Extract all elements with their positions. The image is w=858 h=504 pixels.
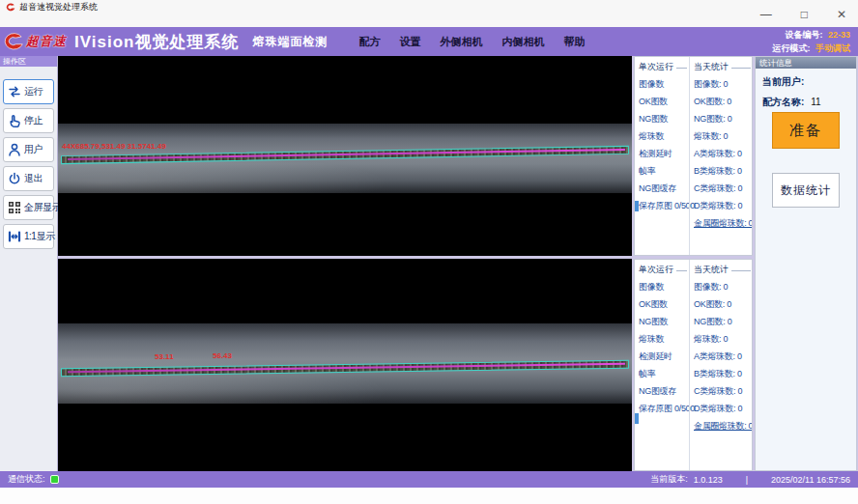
user-button[interactable]: 用户 bbox=[3, 137, 54, 162]
scrollbar-thumb[interactable] bbox=[635, 201, 639, 211]
today-stats-group: 当天统计 图像数: 0OK图数: 0NG图数: 0熔珠数: 0A类熔珠数: 0B… bbox=[689, 260, 753, 470]
today-stats-row: 熔珠数: 0 bbox=[694, 333, 753, 346]
single-run-group: 单次运行 图像数OK图数NG图数熔珠数检测延时帧率NG图缓存保存原图 0/500 bbox=[635, 57, 689, 255]
fullscreen-button[interactable]: 全屏显示 bbox=[3, 195, 54, 220]
brand-swirl-icon bbox=[4, 31, 25, 52]
menu-item[interactable]: 配方 bbox=[358, 35, 380, 49]
run-mode-label: 运行模式: bbox=[772, 43, 810, 53]
today-stats-row: C类熔珠数: 0 bbox=[694, 182, 753, 195]
os-title-bar: 超音速视觉处理系统 — □ ✕ bbox=[0, 0, 858, 27]
single-run-row: OK图数 bbox=[639, 96, 689, 108]
today-stats-row: C类熔珠数: 0 bbox=[694, 385, 753, 398]
run-button[interactable]: 运行 bbox=[3, 79, 54, 104]
today-stats-row: 金属圈熔珠数: 0 bbox=[694, 420, 753, 433]
stats-panel-top: 单次运行 图像数OK图数NG图数熔珠数检测延时帧率NG图缓存保存原图 0/500… bbox=[634, 56, 753, 256]
device-number-value: 22-33 bbox=[828, 30, 850, 40]
version-value: 1.0.123 bbox=[694, 475, 723, 485]
today-stats-row: OK图数: 0 bbox=[694, 298, 753, 311]
today-stats-row: NG图数: 0 bbox=[694, 316, 753, 328]
today-stats-row: B类熔珠数: 0 bbox=[694, 165, 753, 178]
main-area: 操作区 运行 停止 用户 bbox=[0, 56, 858, 471]
single-run-group: 单次运行 图像数OK图数NG图数熔珠数检测延时帧率NG图缓存保存原图 0/500 bbox=[635, 260, 689, 470]
one-to-one-icon bbox=[7, 229, 22, 244]
single-run-row: NG图缓存 bbox=[639, 385, 689, 398]
close-button[interactable]: ✕ bbox=[837, 8, 846, 21]
single-run-row: 熔珠数 bbox=[639, 130, 689, 143]
app-title: IVision视觉处理系统 bbox=[74, 31, 239, 53]
today-stats-row: 图像数: 0 bbox=[694, 78, 753, 91]
device-info: 设备编号: 22-33 运行模式: 手动调试 bbox=[772, 28, 850, 55]
menu-item[interactable]: 外侧相机 bbox=[440, 35, 482, 49]
single-run-row: 保存原图 0/500 bbox=[639, 403, 689, 415]
single-run-row: OK图数 bbox=[639, 298, 689, 311]
status-separator: | bbox=[746, 475, 748, 485]
app-logo-icon bbox=[6, 2, 16, 13]
info-panel: 统计信息 当前用户: 配方名称: 11 准备 数据统计 bbox=[755, 56, 857, 471]
user-icon bbox=[7, 142, 22, 157]
measurement-label: 53.11 bbox=[155, 352, 174, 361]
one-to-one-button[interactable]: 1:1显示 bbox=[3, 224, 54, 249]
today-stats-row: NG图数: 0 bbox=[694, 113, 753, 126]
run-cycle-icon bbox=[7, 84, 22, 99]
recipe-name-label: 配方名称: bbox=[762, 97, 804, 107]
operation-sidebar: 操作区 运行 停止 用户 bbox=[0, 56, 58, 471]
menu-item[interactable]: 内侧相机 bbox=[501, 35, 544, 49]
minimize-button[interactable]: — bbox=[760, 8, 772, 21]
today-stats-row: OK图数: 0 bbox=[694, 96, 753, 108]
sidebar-title: 操作区 bbox=[0, 56, 57, 67]
today-stats-title: 当天统计 bbox=[694, 61, 729, 73]
single-run-row: NG图数 bbox=[639, 113, 689, 126]
status-bar: 通信状态: 当前版本: 1.0.123 | 2025/02/11 16:57:5… bbox=[0, 471, 858, 488]
today-stats-row: 图像数: 0 bbox=[694, 281, 753, 294]
window-title: 超音速视觉处理系统 bbox=[19, 1, 98, 14]
today-stats-row: D类熔珠数: 0 bbox=[694, 403, 753, 415]
menu-item[interactable]: 设置 bbox=[399, 35, 420, 49]
stats-panel-bottom: 单次运行 图像数OK图数NG图数熔珠数检测延时帧率NG图缓存保存原图 0/500… bbox=[634, 259, 753, 471]
version-label: 当前版本: bbox=[650, 473, 688, 486]
measurement-annotation: 44X685.79,531.49 31.5741.49 bbox=[62, 142, 166, 151]
today-stats-row: B类熔珠数: 0 bbox=[694, 368, 753, 380]
single-run-row: 图像数 bbox=[639, 78, 689, 91]
maximize-button[interactable]: □ bbox=[801, 8, 808, 21]
comm-status-indicator bbox=[50, 475, 59, 484]
comm-status-label: 通信状态: bbox=[8, 473, 45, 486]
single-run-row: 检测延时 bbox=[639, 148, 689, 160]
camera-view-bottom: 53.11 56.43 bbox=[58, 259, 632, 471]
hand-icon bbox=[7, 113, 22, 128]
today-stats-row: 金属圈熔珠数: 0 bbox=[694, 217, 753, 230]
single-run-row: 保存原图 0/500 bbox=[639, 200, 689, 212]
status-datetime: 2025/02/11 16:57:56 bbox=[771, 475, 850, 485]
single-run-row: NG图数 bbox=[639, 316, 689, 328]
stop-button[interactable]: 停止 bbox=[3, 108, 54, 133]
brand-name: 超音速 bbox=[26, 33, 67, 50]
menu-item[interactable]: 帮助 bbox=[563, 35, 585, 49]
app-subtitle: 熔珠端面检测 bbox=[252, 34, 328, 50]
single-run-row: 图像数 bbox=[639, 281, 689, 294]
run-mode-value: 手动调试 bbox=[815, 43, 850, 53]
menu-bar: 配方设置外侧相机内侧相机帮助 bbox=[358, 35, 585, 49]
today-stats-title: 当天统计 bbox=[694, 264, 729, 276]
info-panel-title: 统计信息 bbox=[756, 57, 856, 69]
data-statistics-button[interactable]: 数据统计 bbox=[772, 173, 840, 208]
single-run-row: 帧率 bbox=[639, 368, 689, 380]
today-stats-row: D类熔珠数: 0 bbox=[694, 200, 753, 212]
camera-view-top: 44X685.79,531.49 31.5741.49 bbox=[58, 56, 632, 256]
single-run-title: 单次运行 bbox=[639, 264, 673, 276]
statistics-column: 单次运行 图像数OK图数NG图数熔珠数检测延时帧率NG图缓存保存原图 0/500… bbox=[634, 56, 753, 471]
today-stats-row: A类熔珠数: 0 bbox=[694, 350, 753, 363]
scrollbar-thumb[interactable] bbox=[635, 413, 639, 424]
app-header: 超音速 IVision视觉处理系统 熔珠端面检测 配方设置外侧相机内侧相机帮助 … bbox=[0, 27, 858, 56]
current-user-label: 当前用户: bbox=[762, 76, 804, 87]
today-stats-row: A类熔珠数: 0 bbox=[694, 148, 753, 160]
app-window: 超音速视觉处理系统 — □ ✕ 超音速 IVision视觉处理系统 熔珠端面检测… bbox=[0, 0, 858, 504]
single-run-row: NG图缓存 bbox=[639, 182, 689, 195]
camera-column: 44X685.79,531.49 31.5741.49 53.11 56.43 bbox=[58, 56, 632, 471]
single-run-row: 熔珠数 bbox=[639, 333, 689, 346]
recipe-name-value: 11 bbox=[811, 97, 820, 107]
exit-button[interactable]: 退出 bbox=[3, 166, 54, 191]
single-run-row: 帧率 bbox=[639, 165, 689, 178]
prepare-button[interactable]: 准备 bbox=[772, 112, 840, 149]
device-number-label: 设备编号: bbox=[785, 30, 822, 40]
today-stats-row: 熔珠数: 0 bbox=[694, 130, 753, 143]
qr-fullscreen-icon bbox=[7, 200, 22, 215]
